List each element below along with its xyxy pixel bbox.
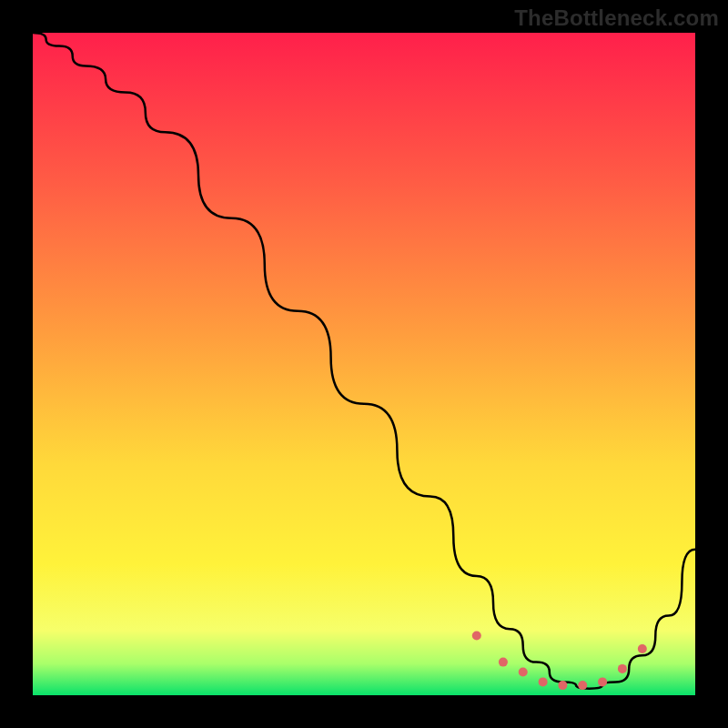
- optimal-marker: [499, 658, 508, 667]
- plot-background: [31, 31, 697, 697]
- optimal-marker: [558, 681, 567, 690]
- optimal-marker: [472, 632, 481, 641]
- optimal-marker: [539, 677, 548, 686]
- optimal-marker: [618, 664, 627, 673]
- optimal-marker: [598, 677, 607, 686]
- optimal-marker: [519, 668, 528, 677]
- optimal-marker: [638, 644, 647, 653]
- chart-frame: TheBottleneck.com: [0, 0, 728, 728]
- optimal-marker: [578, 681, 587, 690]
- watermark-text: TheBottleneck.com: [514, 5, 719, 31]
- bottleneck-chart: [0, 0, 728, 728]
